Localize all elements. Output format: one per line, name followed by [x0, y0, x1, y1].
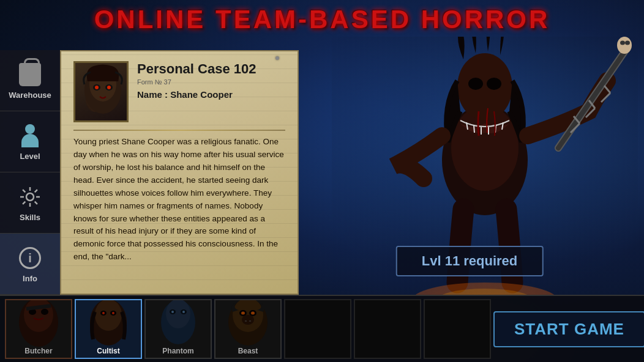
case-name: Name : Shane Cooper: [137, 89, 285, 100]
beast-label: Beast: [238, 347, 258, 355]
svg-line-7: [35, 190, 37, 192]
beast-image: [215, 300, 280, 344]
phantom-image: [146, 300, 211, 344]
butcher-label: Butcher: [24, 347, 52, 355]
character-slot-cultist[interactable]: Cultist: [75, 299, 142, 359]
card-pin: [275, 56, 279, 60]
svg-point-52: [166, 299, 190, 328]
svg-line-6: [35, 202, 37, 204]
sidebar-item-info[interactable]: i Info: [0, 234, 60, 295]
svg-point-46: [95, 299, 122, 331]
sidebar-item-level[interactable]: Level: [0, 111, 60, 172]
case-photo: [73, 61, 129, 122]
svg-point-43: [41, 309, 48, 315]
start-game-button[interactable]: START GAME: [493, 311, 644, 347]
empty-slot-3: [424, 299, 491, 359]
svg-point-19: [468, 78, 483, 90]
svg-point-56: [182, 311, 185, 313]
svg-point-55: [171, 311, 174, 313]
sidebar-label-warehouse: Warehouse: [9, 90, 51, 100]
svg-point-50: [112, 312, 114, 314]
case-description: Young priest Shane Cooper was a religiou…: [73, 136, 285, 264]
svg-point-13: [95, 86, 99, 89]
phantom-label: Phantom: [162, 347, 193, 355]
svg-line-5: [23, 190, 25, 192]
sidebar-label-skills: Skills: [20, 213, 40, 222]
case-title-block: Personal Case 102 Form № 37 Name : Shane…: [137, 61, 285, 100]
svg-point-62: [251, 311, 255, 314]
main-title: ONLINE TEAM-BASED HORROR: [0, 5, 644, 34]
svg-point-0: [26, 193, 34, 201]
svg-point-63: [242, 315, 254, 325]
empty-slot-2: [354, 299, 421, 359]
empty-slot-1: [284, 299, 351, 359]
sidebar-item-skills[interactable]: Skills: [0, 172, 60, 234]
svg-point-36: [620, 41, 625, 45]
lvl-required-text: Lvl 11 required: [422, 253, 518, 268]
character-slot-phantom[interactable]: Phantom: [144, 299, 212, 359]
character-slot-beast[interactable]: Beast: [214, 299, 282, 359]
svg-line-8: [23, 202, 25, 204]
cultist-label: Cultist: [97, 347, 119, 355]
svg-point-35: [617, 37, 632, 54]
monster-area: Lvl 11 required: [295, 37, 644, 295]
photo-face-svg: [75, 63, 129, 122]
sidebar-label-level: Level: [20, 152, 40, 161]
bottom-bar: Butcher Cultist: [0, 295, 644, 362]
cultist-image: [76, 300, 141, 344]
sidebar: Warehouse Level Skills: [0, 50, 60, 295]
sidebar-item-warehouse[interactable]: Warehouse: [0, 50, 60, 111]
svg-point-18: [457, 53, 512, 120]
svg-point-49: [102, 312, 105, 314]
case-divider: [73, 130, 285, 131]
svg-point-20: [487, 78, 501, 90]
sidebar-label-info: Info: [23, 274, 37, 283]
svg-line-22: [474, 125, 474, 133]
skills-icon: [17, 183, 43, 210]
svg-point-14: [107, 86, 111, 89]
case-form-number: Form № 37: [137, 78, 285, 86]
character-slot-butcher[interactable]: Butcher: [5, 299, 72, 359]
svg-point-61: [241, 311, 245, 314]
svg-point-37: [625, 41, 630, 45]
butcher-image: [6, 300, 71, 344]
info-icon: i: [17, 245, 43, 272]
warehouse-icon: [17, 61, 43, 88]
case-title: Personal Case 102: [137, 61, 285, 77]
level-icon: [17, 122, 43, 149]
case-photo-inner: [75, 63, 127, 120]
case-header: Personal Case 102 Form № 37 Name : Shane…: [73, 61, 285, 122]
case-card: Personal Case 102 Form № 37 Name : Shane…: [60, 50, 299, 295]
lvl-required-badge: Lvl 11 required: [396, 246, 544, 276]
